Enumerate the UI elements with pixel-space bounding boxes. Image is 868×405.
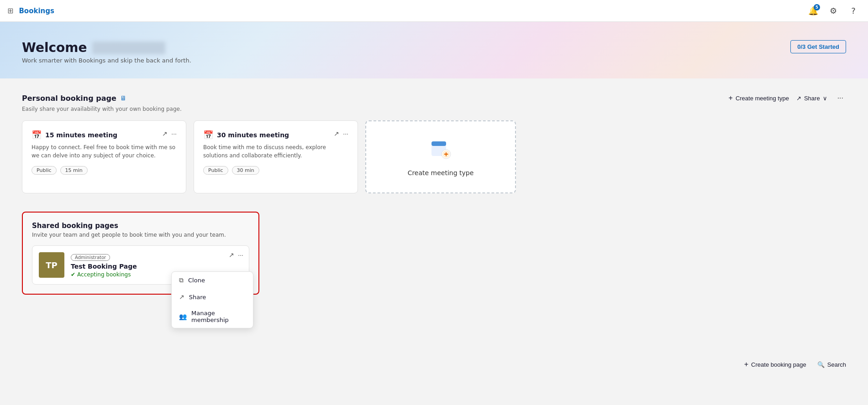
booking-name: Test Booking Page: [71, 263, 242, 270]
plus-icon-fixed: +: [744, 360, 748, 369]
page-content: Personal booking page 🖥 + Create meeting…: [0, 78, 868, 405]
welcome-subtitle: Work smarter with Bookings and skip the …: [22, 57, 846, 64]
personal-booking-title-area: Personal booking page 🖥: [22, 94, 126, 103]
card-15min-tag-public: Public: [32, 166, 57, 175]
shared-booking-section: Shared booking pages Invite your team an…: [22, 212, 259, 295]
card-30min-tags: Public 30 min: [203, 166, 348, 175]
card-30min-header: 📅 30 minutes meeting ↗ ···: [203, 130, 348, 140]
card-15min-tags: Public 15 min: [32, 166, 177, 175]
user-name-blurred: [92, 42, 165, 54]
create-booking-page-btn-fixed[interactable]: + Create booking page: [744, 360, 806, 369]
clone-label: Clone: [188, 277, 205, 284]
card-30min-title-row: 📅 30 minutes meeting: [203, 130, 289, 140]
hero-banner: Welcome Work smarter with Bookings and s…: [0, 22, 868, 78]
create-meeting-icon: + +: [430, 138, 452, 164]
create-meeting-type-card[interactable]: + + Create meeting type: [365, 120, 516, 193]
help-icon: ?: [851, 6, 856, 16]
personal-booking-subtitle: Easily share your availability with your…: [22, 106, 846, 112]
settings-button[interactable]: ⚙: [826, 4, 841, 18]
card-15min-actions: ↗ ···: [162, 130, 177, 137]
card-30min-tag-duration: 30 min: [232, 166, 259, 175]
get-started-button[interactable]: 0/3 Get Started: [790, 40, 846, 53]
card-30min-share-btn[interactable]: ↗: [334, 130, 339, 137]
personal-booking-actions: + Create meeting type ↗ Share ∨ ···: [729, 93, 846, 103]
meeting-cards-row: 📅 15 minutes meeting ↗ ··· Happy to conn…: [22, 120, 846, 193]
header-right-actions: 🔔 5 ⚙ ?: [806, 4, 861, 18]
notification-button[interactable]: 🔔 5: [806, 4, 821, 18]
dropdown-share-item[interactable]: ↗ Share: [172, 289, 253, 305]
welcome-prefix: Welcome: [22, 40, 87, 55]
card-15min-header: 📅 15 minutes meeting ↗ ···: [32, 130, 177, 140]
help-button[interactable]: ?: [846, 4, 861, 18]
create-meeting-type-header-button[interactable]: + Create meeting type: [729, 94, 789, 102]
search-label-fixed: Search: [827, 361, 846, 368]
svg-rect-1: [431, 141, 446, 146]
card-15min-title-row: 📅 15 minutes meeting: [32, 130, 117, 140]
card-15min-share-btn[interactable]: ↗: [162, 130, 168, 137]
card-30min-description: Book time with me to discuss needs, expl…: [203, 143, 348, 160]
search-btn-fixed[interactable]: 🔍 Search: [817, 361, 846, 368]
card-30min-title: 30 minutes meeting: [217, 131, 289, 139]
manage-label: Manage membership: [191, 310, 246, 323]
booking-dropdown-menu: ⧉ Clone ↗ Share 👥 Manage membership: [171, 271, 253, 328]
share-icon: ↗: [796, 95, 801, 102]
booking-more-btn[interactable]: ···: [238, 251, 243, 259]
share-label: Share: [804, 95, 820, 102]
card-30min-tag-public: Public: [203, 166, 228, 175]
card-15min-description: Happy to connect. Feel free to book time…: [32, 143, 177, 160]
card-15min-more-btn[interactable]: ···: [171, 130, 177, 137]
calendar-icon-15min: 📅: [32, 130, 42, 140]
create-meeting-type-header-label: Create meeting type: [736, 95, 789, 102]
booking-share-btn[interactable]: ↗: [229, 251, 234, 259]
card-30min-more-btn[interactable]: ···: [343, 130, 348, 137]
personal-booking-header: Personal booking page 🖥 + Create meeting…: [22, 93, 846, 103]
app-title: Bookings: [19, 7, 54, 15]
booking-item-test: TP Administrator Test Booking Page ✔ Acc…: [32, 245, 249, 285]
gear-icon: ⚙: [830, 6, 837, 16]
card-15min-tag-duration: 15 min: [60, 166, 88, 175]
plus-icon: +: [729, 94, 733, 102]
main-content: Welcome Work smarter with Bookings and s…: [0, 22, 868, 405]
dropdown-manage-item[interactable]: 👥 Manage membership: [172, 305, 253, 328]
grid-icon[interactable]: ⊞: [7, 6, 13, 15]
svg-text:+: +: [444, 151, 449, 157]
booking-initials: TP: [46, 260, 57, 270]
clone-icon: ⧉: [179, 276, 184, 284]
share-menu-icon: ↗: [179, 293, 184, 301]
card-15min-title: 15 minutes meeting: [45, 131, 117, 139]
dropdown-clone-item[interactable]: ⧉ Clone: [172, 272, 253, 289]
booking-admin-badge: Administrator: [71, 254, 110, 261]
create-meeting-type-label: Create meeting type: [408, 169, 474, 177]
booking-avatar: TP: [39, 252, 64, 278]
shared-booking-subtitle: Invite your team and get people to book …: [32, 232, 249, 238]
manage-icon: 👥: [179, 313, 187, 320]
search-icon-fixed: 🔍: [817, 361, 825, 368]
app-header: ⊞ Bookings 🔔 5 ⚙ ?: [0, 0, 868, 22]
create-booking-page-label-fixed: Create booking page: [751, 361, 806, 368]
chevron-down-icon: ∨: [823, 95, 827, 102]
more-options-button[interactable]: ···: [835, 93, 846, 103]
booking-item-actions: ↗ ···: [229, 251, 243, 259]
personal-booking-title: Personal booking page: [22, 94, 116, 103]
shared-booking-title: Shared booking pages: [32, 222, 249, 230]
checkmark-icon: ✔: [71, 271, 75, 278]
share-button[interactable]: ↗ Share ∨: [796, 95, 827, 102]
meeting-card-15min: 📅 15 minutes meeting ↗ ··· Happy to conn…: [22, 120, 186, 193]
booking-status-text: Accepting bookings: [77, 271, 131, 278]
fixed-bottom-actions: + Create booking page 🔍 Search: [744, 360, 846, 369]
calendar-icon-30min: 📅: [203, 130, 213, 140]
card-30min-actions: ↗ ···: [334, 130, 348, 137]
meeting-card-30min: 📅 30 minutes meeting ↗ ··· Book time wit…: [194, 120, 358, 193]
share-menu-label: Share: [189, 294, 206, 301]
copy-icon: 🖥: [120, 94, 126, 102]
notification-badge: 5: [814, 4, 820, 10]
welcome-title: Welcome: [22, 40, 846, 55]
